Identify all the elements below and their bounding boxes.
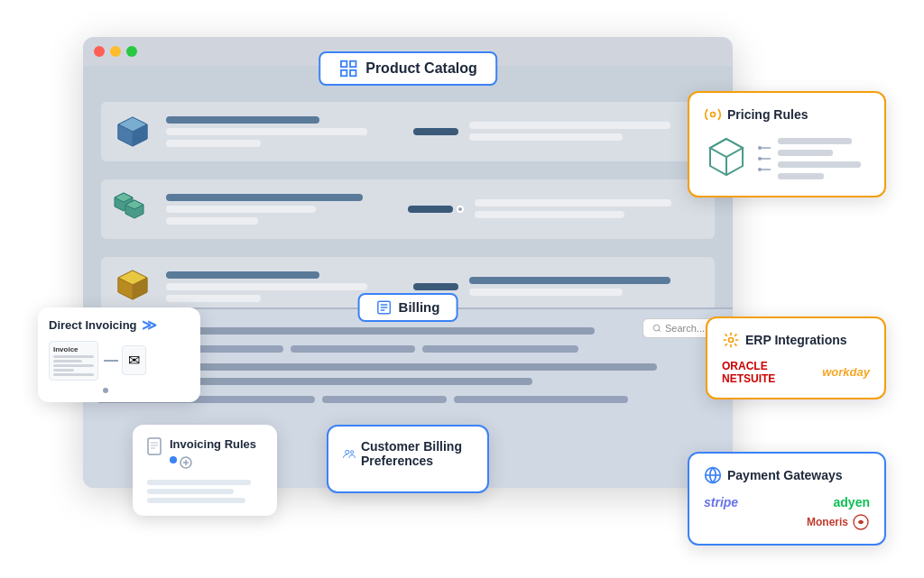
pricing-lines <box>778 138 870 179</box>
invoice-icon <box>147 437 165 459</box>
svg-rect-0 <box>341 60 346 66</box>
svg-rect-2 <box>341 69 346 75</box>
billing-header: Billing <box>358 293 458 322</box>
table-row <box>101 179 715 239</box>
product-icon-1 <box>110 109 155 154</box>
payment-label: Payment Gateways <box>727 468 843 482</box>
invoicing-rules-title: Invoicing Rules <box>147 437 263 469</box>
svg-rect-3 <box>350 69 356 75</box>
svg-rect-1 <box>350 60 356 66</box>
connection-dot <box>103 388 108 393</box>
main-container: Product Catalog <box>29 19 895 560</box>
search-placeholder: Search... <box>665 323 705 334</box>
row-bars-3b <box>469 277 706 296</box>
invoice-flow: Invoice ✉ <box>49 341 189 381</box>
svg-marker-24 <box>710 139 743 157</box>
close-dot[interactable] <box>94 46 105 57</box>
connector-1 <box>413 128 458 135</box>
pricing-rules-label: Pricing Rules <box>727 107 808 122</box>
svg-rect-36 <box>148 438 161 454</box>
invoice-arrow: ✉ <box>104 345 146 375</box>
pricing-rules-card: Pricing Rules <box>688 91 886 197</box>
search-bar[interactable]: Search... <box>642 318 715 338</box>
svg-point-29 <box>758 146 762 150</box>
row-bars-1b <box>469 122 706 141</box>
customer-billing-card: Customer Billing Preferences <box>327 425 489 493</box>
erp-logos: ORACLENETSUITE workday <box>722 360 870 386</box>
connector-2 <box>408 206 464 213</box>
erp-integrations-card: ERP Integrations ORACLENETSUITE workday <box>706 317 886 400</box>
direct-invoicing-label: Direct Invoicing <box>49 318 137 332</box>
oracle-logo: ORACLENETSUITE <box>722 360 775 386</box>
stripe-logo: stripe <box>704 495 738 509</box>
invoicing-rules-lines <box>170 456 256 469</box>
payment-gateways-card: Payment Gateways stripe adyen Moneris <box>688 452 886 546</box>
svg-point-44 <box>351 450 354 453</box>
workday-logo: workday <box>822 365 870 379</box>
invoicing-rules-card: Invoicing Rules <box>133 425 277 516</box>
svg-point-43 <box>346 450 349 454</box>
arrows-icon: ≫ <box>142 317 157 334</box>
svg-point-31 <box>758 168 762 171</box>
maximize-dot[interactable] <box>126 46 137 57</box>
svg-point-20 <box>653 325 660 331</box>
invoicing-rules-content <box>147 480 263 503</box>
erp-label: ERP Integrations <box>745 333 847 347</box>
minimize-dot[interactable] <box>110 46 121 57</box>
row-bars-2b <box>475 199 706 218</box>
pricing-box-icon <box>704 134 749 183</box>
product-catalog-title: Product Catalog <box>365 60 477 77</box>
svg-line-21 <box>659 329 661 331</box>
direct-invoicing-card: Direct Invoicing ≫ Invoice ✉ <box>38 307 200 402</box>
customer-billing-title: Customer Billing Preferences <box>343 439 473 468</box>
browser-window: Product Catalog <box>83 37 733 488</box>
product-icon-3 <box>110 264 155 309</box>
erp-title: ERP Integrations <box>722 331 870 349</box>
pricing-rules-content <box>704 134 870 183</box>
mail-icon: ✉ <box>122 345 146 375</box>
connector-3 <box>413 283 458 290</box>
row-bars-1 <box>166 116 402 147</box>
svg-point-30 <box>758 157 762 161</box>
customer-billing-label: Customer Billing Preferences <box>361 439 473 468</box>
row-bars-2 <box>166 194 397 225</box>
users-icon <box>343 445 356 462</box>
table-row <box>101 102 715 161</box>
direct-invoicing-title: Direct Invoicing ≫ <box>49 317 189 334</box>
payment-title: Payment Gateways <box>704 466 870 484</box>
adyen-logo: adyen <box>834 495 870 509</box>
payment-logos: stripe adyen <box>704 495 870 509</box>
product-catalog-header: Product Catalog <box>319 51 497 86</box>
svg-point-22 <box>711 112 716 116</box>
invoicing-rules-label: Invoicing Rules <box>170 437 256 451</box>
pricing-rules-title: Pricing Rules <box>704 106 870 124</box>
invoice-doc: Invoice <box>49 341 98 381</box>
billing-title: Billing <box>399 299 440 315</box>
svg-point-32 <box>729 337 734 342</box>
product-icon-2 <box>110 187 155 232</box>
moneris-logo: Moneris <box>807 513 870 531</box>
